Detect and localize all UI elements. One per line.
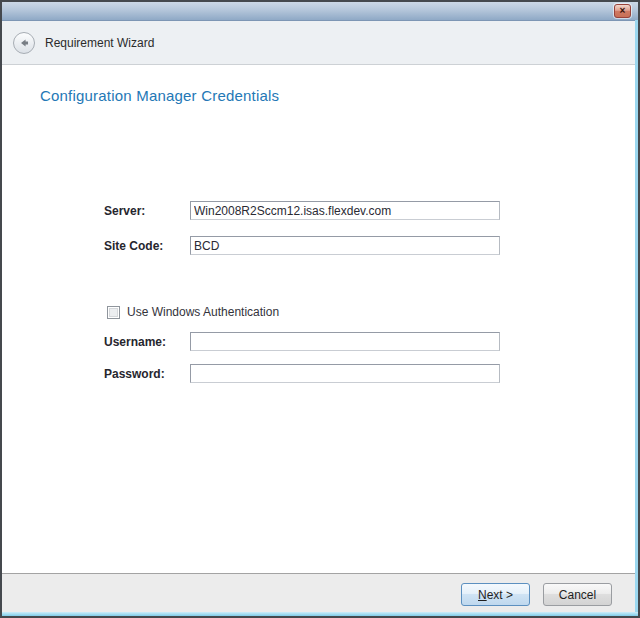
window-right-accent-border xyxy=(635,20,638,616)
server-label: Server: xyxy=(104,204,145,218)
windows-auth-checkbox-row[interactable]: Use Windows Authentication xyxy=(107,305,279,319)
next-button[interactable]: Next > xyxy=(461,583,530,606)
cancel-button[interactable]: Cancel xyxy=(543,583,612,606)
next-button-accelerator: N xyxy=(478,588,487,602)
close-icon: × xyxy=(620,5,626,16)
site-code-input[interactable] xyxy=(190,236,500,255)
window-bottom-accent-border xyxy=(2,612,638,616)
windows-auth-label: Use Windows Authentication xyxy=(127,305,279,319)
windows-auth-checkbox[interactable] xyxy=(107,306,120,319)
password-label: Password: xyxy=(104,367,165,381)
site-code-label: Site Code: xyxy=(104,239,163,253)
password-input[interactable] xyxy=(190,364,500,383)
wizard-header: Requirement Wizard xyxy=(2,21,638,65)
title-bar: × xyxy=(2,2,638,21)
wizard-title: Requirement Wizard xyxy=(45,36,154,50)
wizard-window: × Requirement Wizard Configuration Manag… xyxy=(0,0,640,618)
next-button-label: ext > xyxy=(487,588,513,602)
page-title: Configuration Manager Credentials xyxy=(40,87,279,104)
wizard-content: Configuration Manager Credentials Server… xyxy=(2,65,638,573)
close-button[interactable]: × xyxy=(614,4,631,18)
back-button[interactable] xyxy=(13,32,35,54)
username-label: Username: xyxy=(104,335,166,349)
username-input[interactable] xyxy=(190,332,500,351)
wizard-footer: Next > Cancel xyxy=(2,573,638,616)
back-arrow-icon xyxy=(17,36,31,50)
cancel-button-label: Cancel xyxy=(559,588,596,602)
server-input[interactable] xyxy=(190,201,500,220)
